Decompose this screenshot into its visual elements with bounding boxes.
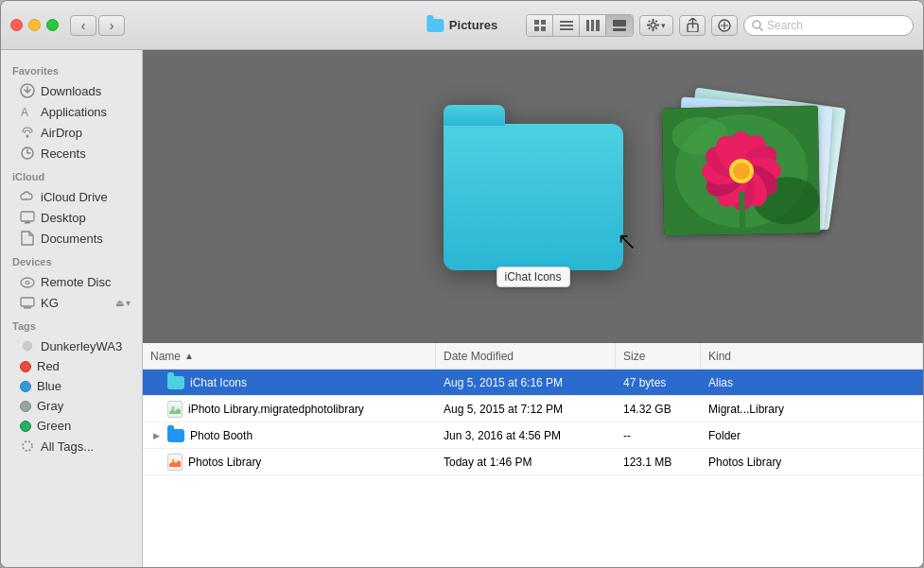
file-cell-kind-iphoto: Migrat...Library <box>701 396 923 422</box>
window-title-area: Pictures <box>427 18 497 32</box>
dunkerley-icon <box>20 338 35 353</box>
sidebar-item-kg[interactable]: KG ⏏ ▾ <box>5 292 138 313</box>
big-folder-icon <box>444 124 623 270</box>
blue-label: Blue <box>37 379 61 393</box>
sidebar-item-airdrop[interactable]: AirDrop <box>5 122 138 143</box>
file-row-ichat-icons[interactable]: iChat Icons Aug 5, 2015 at 6:16 PM 47 by… <box>143 370 923 396</box>
sidebar-section-tags: Tags <box>1 313 142 336</box>
sidebar-section-devices: Devices <box>1 249 142 271</box>
col-kind-label: Kind <box>708 350 731 363</box>
sidebar-item-gray[interactable]: Gray <box>5 396 138 416</box>
view-column-button[interactable] <box>580 15 606 36</box>
desktop-label: Desktop <box>41 211 86 225</box>
svg-rect-9 <box>596 20 600 31</box>
cursor-arrow: ↖ <box>617 227 637 256</box>
svg-rect-13 <box>653 19 654 22</box>
file-row-photo-booth[interactable]: ▶ Photo Booth Jun 3, 2016 at 4:56 PM -- … <box>143 422 923 449</box>
svg-rect-16 <box>656 25 659 26</box>
file-cell-name-iphoto: iPhoto Library.migratedphotolibrary <box>143 396 436 422</box>
all-tags-label: All Tags... <box>41 439 94 454</box>
expand-triangle-ichat <box>150 377 162 388</box>
iphoto-name: iPhoto Library.migratedphotolibrary <box>188 403 364 416</box>
kg-expand: ⏏ ▾ <box>115 298 131 308</box>
svg-rect-11 <box>613 28 626 31</box>
eject-icon[interactable]: ⏏ <box>115 298 124 308</box>
col-header-date[interactable]: Date Modified <box>436 343 616 369</box>
svg-rect-10 <box>613 20 626 26</box>
file-cell-kind-photobooth: Folder <box>701 422 923 448</box>
close-button[interactable] <box>10 19 23 31</box>
preview-folder[interactable]: ↖ iChat Icons <box>444 124 623 270</box>
sidebar-item-recents[interactable]: Recents <box>5 143 138 164</box>
icloud-drive-icon <box>20 189 35 204</box>
sidebar-item-all-tags[interactable]: All Tags... <box>5 436 138 456</box>
expand-arrow-icon[interactable]: ▾ <box>126 298 131 308</box>
view-buttons <box>526 14 634 37</box>
finder-window: ‹ › Pictures <box>0 0 924 568</box>
sort-arrow-icon: ▲ <box>184 351 194 361</box>
svg-rect-2 <box>534 26 539 31</box>
back-button[interactable]: ‹ <box>70 15 96 36</box>
search-icon <box>752 20 763 31</box>
minimize-button[interactable] <box>28 19 41 31</box>
share-button[interactable] <box>679 15 706 36</box>
sidebar-item-icloud-drive[interactable]: iCloud Drive <box>5 186 138 207</box>
file-row-photos-library[interactable]: Photos Library Today at 1:46 PM 123.1 MB… <box>143 449 923 475</box>
airdrop-icon <box>20 125 35 140</box>
iphoto-file-icon <box>167 401 183 418</box>
action-button[interactable]: ▾ <box>639 15 673 36</box>
svg-rect-18 <box>655 20 658 23</box>
svg-rect-14 <box>653 28 654 31</box>
svg-point-29 <box>26 135 29 138</box>
title-folder-icon <box>427 19 444 32</box>
col-header-size[interactable]: Size <box>616 343 701 369</box>
photos-stack <box>639 88 847 296</box>
tag-button[interactable] <box>711 15 738 36</box>
file-cell-date-photos: Today at 1:46 PM <box>436 449 616 474</box>
file-cell-name-photos: Photos Library <box>143 449 436 474</box>
folder-tooltip: iChat Icons <box>496 267 569 287</box>
file-cell-size-photobooth: -- <box>616 422 701 448</box>
photo-main <box>662 106 820 236</box>
svg-rect-15 <box>647 25 650 26</box>
expand-triangle-photobooth[interactable]: ▶ <box>150 430 162 441</box>
file-cell-kind-ichat: Alias <box>701 370 923 395</box>
file-row-iphoto[interactable]: iPhoto Library.migratedphotolibrary Aug … <box>143 396 923 422</box>
forward-button[interactable]: › <box>98 15 125 36</box>
sidebar-item-dunkerley[interactable]: DunkerleyWA3 <box>5 336 138 356</box>
svg-rect-6 <box>560 28 573 30</box>
sidebar-item-green[interactable]: Green <box>5 416 138 436</box>
file-cell-size-ichat: 47 bytes <box>616 370 701 395</box>
svg-rect-7 <box>586 20 589 31</box>
red-label: Red <box>37 359 60 373</box>
search-box[interactable]: Search <box>743 15 914 36</box>
green-tag-dot <box>20 421 31 432</box>
ichat-name: iChat Icons <box>190 376 247 389</box>
view-cover-button[interactable] <box>606 15 633 36</box>
file-list-area: Name ▲ Date Modified Size Kind <box>143 343 923 567</box>
svg-rect-17 <box>648 20 651 23</box>
gray-tag-dot <box>20 401 31 412</box>
sidebar-item-red[interactable]: Red <box>5 356 138 376</box>
gear-icon <box>647 19 659 31</box>
sidebar-item-downloads[interactable]: Downloads <box>5 80 138 101</box>
col-name-label: Name <box>150 350 181 363</box>
col-header-name[interactable]: Name ▲ <box>143 343 436 369</box>
svg-rect-36 <box>21 298 34 306</box>
svg-rect-1 <box>541 20 546 25</box>
svg-rect-20 <box>655 27 658 30</box>
sidebar-item-documents[interactable]: Documents <box>5 228 138 249</box>
columns-icon <box>586 20 600 31</box>
share-icon <box>687 18 699 32</box>
col-header-kind[interactable]: Kind <box>701 343 923 369</box>
view-list-button[interactable] <box>553 15 580 36</box>
view-icon-button[interactable] <box>527 15 553 36</box>
maximize-button[interactable] <box>46 19 59 31</box>
sidebar-item-remote-disc[interactable]: Remote Disc <box>5 271 138 292</box>
photobooth-folder-icon <box>167 429 184 442</box>
sidebar-item-blue[interactable]: Blue <box>5 376 138 396</box>
recents-label: Recents <box>41 146 86 161</box>
sidebar-item-applications[interactable]: A Applications <box>5 101 138 122</box>
search-placeholder: Search <box>767 19 803 32</box>
sidebar-item-desktop[interactable]: Desktop <box>5 207 138 228</box>
